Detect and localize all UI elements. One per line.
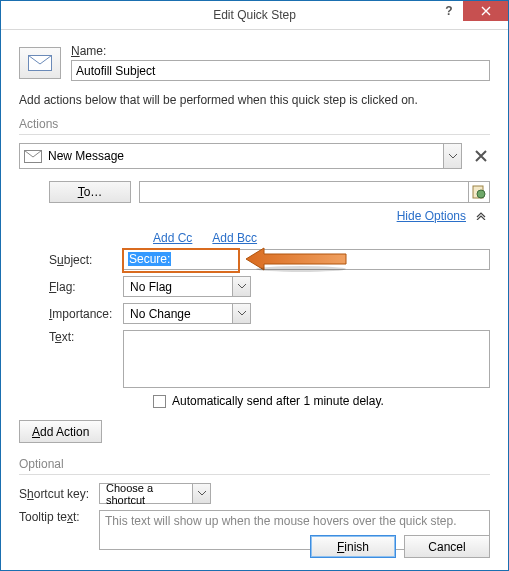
delete-action-button[interactable]	[472, 150, 490, 162]
importance-label: Importance:	[49, 307, 123, 321]
shortcut-label: Shortcut key:	[19, 487, 99, 501]
instruction-text: Add actions below that will be performed…	[19, 93, 490, 107]
shortcut-select[interactable]: Choose a shortcut	[99, 483, 211, 504]
subject-value: Secure:	[128, 252, 171, 266]
add-bcc-link[interactable]: Add Bcc	[212, 231, 257, 245]
add-cc-link[interactable]: Add Cc	[153, 231, 192, 245]
envelope-icon	[28, 55, 52, 71]
address-book-icon	[472, 185, 486, 199]
flag-select[interactable]: No Flag	[123, 276, 251, 297]
svg-point-3	[477, 190, 485, 198]
cancel-button[interactable]: Cancel	[404, 535, 490, 558]
shortcut-value: Choose a shortcut	[100, 482, 192, 506]
to-button[interactable]: To…	[49, 181, 131, 203]
tooltip-label: Tooltip text:	[19, 510, 99, 524]
auto-send-checkbox[interactable]	[153, 395, 166, 408]
importance-select[interactable]: No Change	[123, 303, 251, 324]
add-action-button[interactable]: Add Action	[19, 420, 102, 443]
hide-options-link[interactable]: Hide Options	[397, 209, 466, 223]
finish-button[interactable]: Finish	[310, 535, 396, 558]
chevron-down-icon	[198, 491, 206, 496]
shortcut-dropdown-button[interactable]	[192, 484, 210, 503]
new-message-icon	[24, 149, 42, 163]
help-button[interactable]: ?	[435, 1, 463, 21]
chevron-down-icon	[238, 284, 246, 289]
action-type-dropdown-button[interactable]	[443, 144, 461, 168]
optional-section-label: Optional	[19, 457, 490, 471]
help-icon: ?	[445, 4, 452, 18]
importance-dropdown-button[interactable]	[232, 304, 250, 323]
chevron-up-icon	[476, 209, 490, 223]
importance-value: No Change	[124, 307, 232, 321]
flag-label: Flag:	[49, 280, 123, 294]
close-button[interactable]	[463, 1, 508, 21]
to-input[interactable]	[139, 181, 468, 203]
x-icon	[475, 150, 487, 162]
close-icon	[481, 6, 491, 16]
actions-section-label: Actions	[19, 117, 490, 131]
subject-label: Subject:	[49, 253, 123, 267]
chevron-down-icon	[238, 311, 246, 316]
auto-send-label: Automatically send after 1 minute delay.	[172, 394, 384, 408]
flag-value: No Flag	[124, 280, 232, 294]
quickstep-icon[interactable]	[19, 47, 61, 79]
text-label: Text:	[49, 330, 123, 344]
dialog-title: Edit Quick Step	[213, 8, 296, 22]
name-input[interactable]	[71, 60, 490, 81]
address-book-button[interactable]	[468, 181, 490, 203]
tooltip-placeholder: This text will show up when the mouse ho…	[105, 514, 457, 528]
name-label: Name:	[71, 44, 490, 58]
flag-dropdown-button[interactable]	[232, 277, 250, 296]
subject-input[interactable]: Secure:	[123, 249, 490, 270]
edit-quick-step-dialog: Edit Quick Step ? Name: Add actions belo…	[0, 0, 509, 571]
action-type-select[interactable]: New Message	[19, 143, 462, 169]
chevron-down-icon	[449, 154, 457, 159]
titlebar: Edit Quick Step ?	[1, 1, 508, 30]
action-type-text: New Message	[48, 149, 443, 163]
text-input[interactable]	[123, 330, 490, 388]
